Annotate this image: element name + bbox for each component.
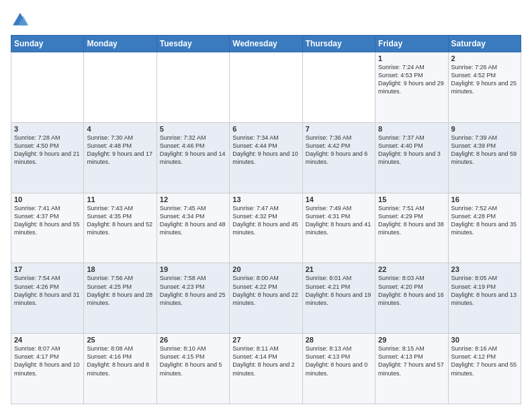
week-row-4: 17Sunrise: 7:54 AMSunset: 4:26 PMDayligh… xyxy=(11,263,521,334)
day-info: Sunrise: 7:41 AMSunset: 4:37 PMDaylight:… xyxy=(14,204,81,237)
day-number: 4 xyxy=(87,125,153,133)
day-number: 8 xyxy=(378,125,445,133)
day-cell: 23Sunrise: 8:05 AMSunset: 4:19 PMDayligh… xyxy=(448,263,521,334)
day-cell: 22Sunrise: 8:03 AMSunset: 4:20 PMDayligh… xyxy=(375,263,448,334)
page: SundayMondayTuesdayWednesdayThursdayFrid… xyxy=(0,0,532,411)
day-number: 27 xyxy=(232,336,299,344)
day-cell: 13Sunrise: 7:47 AMSunset: 4:32 PMDayligh… xyxy=(230,193,302,263)
day-number: 11 xyxy=(87,195,153,203)
column-header-sunday: Sunday xyxy=(11,36,84,52)
day-cell: 20Sunrise: 8:00 AMSunset: 4:22 PMDayligh… xyxy=(230,263,302,334)
day-cell: 7Sunrise: 7:36 AMSunset: 4:42 PMDaylight… xyxy=(302,122,375,193)
day-cell: 15Sunrise: 7:51 AMSunset: 4:29 PMDayligh… xyxy=(375,193,448,263)
day-info: Sunrise: 8:00 AMSunset: 4:22 PMDaylight:… xyxy=(232,274,299,307)
day-info: Sunrise: 8:08 AMSunset: 4:16 PMDaylight:… xyxy=(87,345,153,377)
day-cell: 6Sunrise: 7:34 AMSunset: 4:44 PMDaylight… xyxy=(230,122,302,193)
calendar-header: SundayMondayTuesdayWednesdayThursdayFrid… xyxy=(11,36,521,52)
day-info: Sunrise: 7:54 AMSunset: 4:26 PMDaylight:… xyxy=(14,274,81,307)
header xyxy=(11,11,521,30)
column-header-thursday: Thursday xyxy=(302,36,375,52)
day-info: Sunrise: 7:45 AMSunset: 4:34 PMDaylight:… xyxy=(160,204,226,237)
day-number: 5 xyxy=(160,125,226,133)
day-info: Sunrise: 8:05 AMSunset: 4:19 PMDaylight:… xyxy=(451,274,518,307)
day-number: 29 xyxy=(378,336,445,344)
day-info: Sunrise: 7:30 AMSunset: 4:48 PMDaylight:… xyxy=(87,134,153,167)
day-cell: 21Sunrise: 8:01 AMSunset: 4:21 PMDayligh… xyxy=(302,263,375,334)
column-header-friday: Friday xyxy=(375,36,448,52)
day-info: Sunrise: 7:51 AMSunset: 4:29 PMDaylight:… xyxy=(378,204,445,237)
day-cell: 10Sunrise: 7:41 AMSunset: 4:37 PMDayligh… xyxy=(11,193,84,263)
day-number: 2 xyxy=(451,54,518,62)
day-cell xyxy=(302,52,375,123)
week-row-2: 3Sunrise: 7:28 AMSunset: 4:50 PMDaylight… xyxy=(11,122,521,193)
day-number: 24 xyxy=(14,336,81,344)
day-info: Sunrise: 7:34 AMSunset: 4:44 PMDaylight:… xyxy=(232,134,299,167)
day-number: 25 xyxy=(87,336,153,344)
day-number: 15 xyxy=(378,195,445,203)
day-number: 23 xyxy=(451,265,518,273)
day-info: Sunrise: 7:24 AMSunset: 4:53 PMDaylight:… xyxy=(378,63,445,96)
day-info: Sunrise: 7:43 AMSunset: 4:35 PMDaylight:… xyxy=(87,204,153,237)
calendar-body: 1Sunrise: 7:24 AMSunset: 4:53 PMDaylight… xyxy=(11,52,521,404)
day-cell xyxy=(157,52,229,123)
day-cell: 12Sunrise: 7:45 AMSunset: 4:34 PMDayligh… xyxy=(157,193,229,263)
day-number: 30 xyxy=(451,336,518,344)
logo-icon xyxy=(11,11,30,30)
day-number: 20 xyxy=(232,265,299,273)
day-number: 18 xyxy=(87,265,153,273)
day-info: Sunrise: 8:15 AMSunset: 4:13 PMDaylight:… xyxy=(378,345,445,377)
day-info: Sunrise: 8:07 AMSunset: 4:17 PMDaylight:… xyxy=(14,345,81,377)
day-info: Sunrise: 8:10 AMSunset: 4:15 PMDaylight:… xyxy=(160,345,226,377)
week-row-1: 1Sunrise: 7:24 AMSunset: 4:53 PMDaylight… xyxy=(11,52,521,123)
day-info: Sunrise: 7:36 AMSunset: 4:42 PMDaylight:… xyxy=(306,134,372,167)
day-cell: 4Sunrise: 7:30 AMSunset: 4:48 PMDaylight… xyxy=(84,122,157,193)
day-number: 7 xyxy=(306,125,372,133)
day-number: 3 xyxy=(14,125,81,133)
day-info: Sunrise: 7:47 AMSunset: 4:32 PMDaylight:… xyxy=(232,204,299,237)
day-cell: 28Sunrise: 8:13 AMSunset: 4:13 PMDayligh… xyxy=(302,334,375,404)
day-number: 1 xyxy=(378,54,445,62)
day-info: Sunrise: 7:26 AMSunset: 4:52 PMDaylight:… xyxy=(451,63,518,96)
day-cell: 2Sunrise: 7:26 AMSunset: 4:52 PMDaylight… xyxy=(448,52,521,123)
day-number: 17 xyxy=(14,265,81,273)
day-number: 10 xyxy=(14,195,81,203)
day-info: Sunrise: 7:28 AMSunset: 4:50 PMDaylight:… xyxy=(14,134,81,167)
day-number: 19 xyxy=(160,265,226,273)
day-info: Sunrise: 7:49 AMSunset: 4:31 PMDaylight:… xyxy=(306,204,372,237)
calendar-table: SundayMondayTuesdayWednesdayThursdayFrid… xyxy=(11,35,521,404)
day-cell: 29Sunrise: 8:15 AMSunset: 4:13 PMDayligh… xyxy=(375,334,448,404)
week-row-5: 24Sunrise: 8:07 AMSunset: 4:17 PMDayligh… xyxy=(11,334,521,404)
day-cell: 26Sunrise: 8:10 AMSunset: 4:15 PMDayligh… xyxy=(157,334,229,404)
day-info: Sunrise: 8:13 AMSunset: 4:13 PMDaylight:… xyxy=(306,345,372,377)
day-info: Sunrise: 8:16 AMSunset: 4:12 PMDaylight:… xyxy=(451,345,518,377)
column-header-saturday: Saturday xyxy=(448,36,521,52)
day-number: 28 xyxy=(306,336,372,344)
day-cell xyxy=(11,52,84,123)
day-cell xyxy=(84,52,157,123)
day-info: Sunrise: 7:56 AMSunset: 4:25 PMDaylight:… xyxy=(87,274,153,307)
day-info: Sunrise: 8:11 AMSunset: 4:14 PMDaylight:… xyxy=(232,345,299,377)
day-number: 16 xyxy=(451,195,518,203)
day-cell: 24Sunrise: 8:07 AMSunset: 4:17 PMDayligh… xyxy=(11,334,84,404)
day-cell: 14Sunrise: 7:49 AMSunset: 4:31 PMDayligh… xyxy=(302,193,375,263)
day-cell: 17Sunrise: 7:54 AMSunset: 4:26 PMDayligh… xyxy=(11,263,84,334)
day-cell: 30Sunrise: 8:16 AMSunset: 4:12 PMDayligh… xyxy=(448,334,521,404)
day-number: 22 xyxy=(378,265,445,273)
day-cell: 18Sunrise: 7:56 AMSunset: 4:25 PMDayligh… xyxy=(84,263,157,334)
day-info: Sunrise: 8:03 AMSunset: 4:20 PMDaylight:… xyxy=(378,274,445,307)
day-info: Sunrise: 7:32 AMSunset: 4:46 PMDaylight:… xyxy=(160,134,226,167)
day-number: 14 xyxy=(306,195,372,203)
day-number: 9 xyxy=(451,125,518,133)
header-row: SundayMondayTuesdayWednesdayThursdayFrid… xyxy=(11,36,521,52)
column-header-tuesday: Tuesday xyxy=(157,36,229,52)
day-cell: 8Sunrise: 7:37 AMSunset: 4:40 PMDaylight… xyxy=(375,122,448,193)
day-cell: 16Sunrise: 7:52 AMSunset: 4:28 PMDayligh… xyxy=(448,193,521,263)
day-cell xyxy=(230,52,302,123)
day-cell: 25Sunrise: 8:08 AMSunset: 4:16 PMDayligh… xyxy=(84,334,157,404)
day-number: 13 xyxy=(232,195,299,203)
day-cell: 3Sunrise: 7:28 AMSunset: 4:50 PMDaylight… xyxy=(11,122,84,193)
day-number: 12 xyxy=(160,195,226,203)
day-info: Sunrise: 8:01 AMSunset: 4:21 PMDaylight:… xyxy=(306,274,372,307)
day-cell: 5Sunrise: 7:32 AMSunset: 4:46 PMDaylight… xyxy=(157,122,229,193)
logo xyxy=(11,11,32,30)
